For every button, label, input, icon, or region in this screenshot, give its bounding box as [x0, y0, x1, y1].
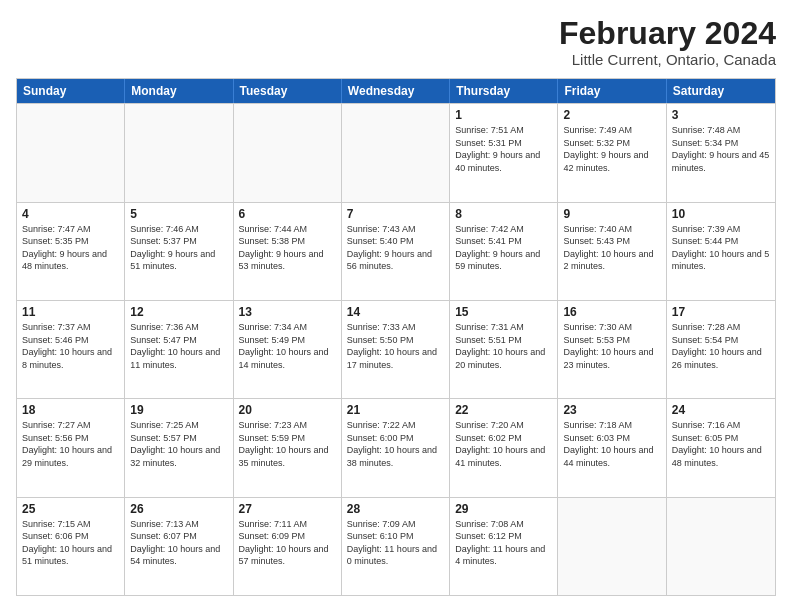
day-info: Sunrise: 7:13 AMSunset: 6:07 PMDaylight:…: [130, 518, 227, 568]
day-number: 16: [563, 305, 660, 319]
week-row-2: 4Sunrise: 7:47 AMSunset: 5:35 PMDaylight…: [17, 202, 775, 300]
cal-cell: 9Sunrise: 7:40 AMSunset: 5:43 PMDaylight…: [558, 203, 666, 300]
day-info: Sunrise: 7:43 AMSunset: 5:40 PMDaylight:…: [347, 223, 444, 273]
calendar-body: 1Sunrise: 7:51 AMSunset: 5:31 PMDaylight…: [17, 103, 775, 595]
cal-cell: [125, 104, 233, 201]
cal-cell: 13Sunrise: 7:34 AMSunset: 5:49 PMDayligh…: [234, 301, 342, 398]
day-header-saturday: Saturday: [667, 79, 775, 103]
day-number: 8: [455, 207, 552, 221]
cal-cell: 23Sunrise: 7:18 AMSunset: 6:03 PMDayligh…: [558, 399, 666, 496]
cal-cell: 21Sunrise: 7:22 AMSunset: 6:00 PMDayligh…: [342, 399, 450, 496]
week-row-1: 1Sunrise: 7:51 AMSunset: 5:31 PMDaylight…: [17, 103, 775, 201]
cal-cell: 1Sunrise: 7:51 AMSunset: 5:31 PMDaylight…: [450, 104, 558, 201]
header: General Blue February 2024 Little Curren…: [16, 16, 776, 68]
cal-cell: 29Sunrise: 7:08 AMSunset: 6:12 PMDayligh…: [450, 498, 558, 595]
cal-cell: 11Sunrise: 7:37 AMSunset: 5:46 PMDayligh…: [17, 301, 125, 398]
day-number: 22: [455, 403, 552, 417]
day-info: Sunrise: 7:36 AMSunset: 5:47 PMDaylight:…: [130, 321, 227, 371]
title-block: February 2024 Little Current, Ontario, C…: [559, 16, 776, 68]
day-number: 4: [22, 207, 119, 221]
day-number: 23: [563, 403, 660, 417]
day-info: Sunrise: 7:34 AMSunset: 5:49 PMDaylight:…: [239, 321, 336, 371]
cal-cell: 5Sunrise: 7:46 AMSunset: 5:37 PMDaylight…: [125, 203, 233, 300]
location: Little Current, Ontario, Canada: [559, 51, 776, 68]
day-info: Sunrise: 7:20 AMSunset: 6:02 PMDaylight:…: [455, 419, 552, 469]
cal-cell: 28Sunrise: 7:09 AMSunset: 6:10 PMDayligh…: [342, 498, 450, 595]
day-info: Sunrise: 7:47 AMSunset: 5:35 PMDaylight:…: [22, 223, 119, 273]
day-number: 10: [672, 207, 770, 221]
cal-cell: [234, 104, 342, 201]
day-header-wednesday: Wednesday: [342, 79, 450, 103]
day-info: Sunrise: 7:11 AMSunset: 6:09 PMDaylight:…: [239, 518, 336, 568]
day-info: Sunrise: 7:49 AMSunset: 5:32 PMDaylight:…: [563, 124, 660, 174]
day-number: 19: [130, 403, 227, 417]
day-info: Sunrise: 7:33 AMSunset: 5:50 PMDaylight:…: [347, 321, 444, 371]
cal-cell: 10Sunrise: 7:39 AMSunset: 5:44 PMDayligh…: [667, 203, 775, 300]
day-info: Sunrise: 7:51 AMSunset: 5:31 PMDaylight:…: [455, 124, 552, 174]
month-title: February 2024: [559, 16, 776, 51]
day-number: 12: [130, 305, 227, 319]
day-info: Sunrise: 7:23 AMSunset: 5:59 PMDaylight:…: [239, 419, 336, 469]
day-header-thursday: Thursday: [450, 79, 558, 103]
day-info: Sunrise: 7:25 AMSunset: 5:57 PMDaylight:…: [130, 419, 227, 469]
day-info: Sunrise: 7:08 AMSunset: 6:12 PMDaylight:…: [455, 518, 552, 568]
cal-cell: 25Sunrise: 7:15 AMSunset: 6:06 PMDayligh…: [17, 498, 125, 595]
week-row-4: 18Sunrise: 7:27 AMSunset: 5:56 PMDayligh…: [17, 398, 775, 496]
day-header-friday: Friday: [558, 79, 666, 103]
day-number: 21: [347, 403, 444, 417]
cal-cell: 4Sunrise: 7:47 AMSunset: 5:35 PMDaylight…: [17, 203, 125, 300]
day-number: 15: [455, 305, 552, 319]
cal-cell: [558, 498, 666, 595]
day-header-monday: Monday: [125, 79, 233, 103]
cal-cell: 27Sunrise: 7:11 AMSunset: 6:09 PMDayligh…: [234, 498, 342, 595]
day-info: Sunrise: 7:30 AMSunset: 5:53 PMDaylight:…: [563, 321, 660, 371]
day-number: 17: [672, 305, 770, 319]
week-row-5: 25Sunrise: 7:15 AMSunset: 6:06 PMDayligh…: [17, 497, 775, 595]
day-number: 11: [22, 305, 119, 319]
day-number: 1: [455, 108, 552, 122]
day-info: Sunrise: 7:40 AMSunset: 5:43 PMDaylight:…: [563, 223, 660, 273]
cal-cell: [17, 104, 125, 201]
day-info: Sunrise: 7:31 AMSunset: 5:51 PMDaylight:…: [455, 321, 552, 371]
cal-cell: 15Sunrise: 7:31 AMSunset: 5:51 PMDayligh…: [450, 301, 558, 398]
day-number: 5: [130, 207, 227, 221]
day-header-tuesday: Tuesday: [234, 79, 342, 103]
day-number: 24: [672, 403, 770, 417]
day-number: 14: [347, 305, 444, 319]
cal-cell: 14Sunrise: 7:33 AMSunset: 5:50 PMDayligh…: [342, 301, 450, 398]
cal-cell: [667, 498, 775, 595]
day-info: Sunrise: 7:39 AMSunset: 5:44 PMDaylight:…: [672, 223, 770, 273]
cal-cell: 2Sunrise: 7:49 AMSunset: 5:32 PMDaylight…: [558, 104, 666, 201]
day-number: 18: [22, 403, 119, 417]
day-number: 13: [239, 305, 336, 319]
cal-cell: 19Sunrise: 7:25 AMSunset: 5:57 PMDayligh…: [125, 399, 233, 496]
cal-cell: 24Sunrise: 7:16 AMSunset: 6:05 PMDayligh…: [667, 399, 775, 496]
day-info: Sunrise: 7:16 AMSunset: 6:05 PMDaylight:…: [672, 419, 770, 469]
day-info: Sunrise: 7:46 AMSunset: 5:37 PMDaylight:…: [130, 223, 227, 273]
day-number: 9: [563, 207, 660, 221]
cal-cell: 22Sunrise: 7:20 AMSunset: 6:02 PMDayligh…: [450, 399, 558, 496]
cal-cell: 12Sunrise: 7:36 AMSunset: 5:47 PMDayligh…: [125, 301, 233, 398]
calendar: SundayMondayTuesdayWednesdayThursdayFrid…: [16, 78, 776, 596]
cal-cell: 17Sunrise: 7:28 AMSunset: 5:54 PMDayligh…: [667, 301, 775, 398]
calendar-header: SundayMondayTuesdayWednesdayThursdayFrid…: [17, 79, 775, 103]
day-number: 3: [672, 108, 770, 122]
day-info: Sunrise: 7:22 AMSunset: 6:00 PMDaylight:…: [347, 419, 444, 469]
day-number: 2: [563, 108, 660, 122]
cal-cell: 6Sunrise: 7:44 AMSunset: 5:38 PMDaylight…: [234, 203, 342, 300]
cal-cell: 3Sunrise: 7:48 AMSunset: 5:34 PMDaylight…: [667, 104, 775, 201]
day-number: 26: [130, 502, 227, 516]
day-info: Sunrise: 7:48 AMSunset: 5:34 PMDaylight:…: [672, 124, 770, 174]
cal-cell: [342, 104, 450, 201]
day-number: 27: [239, 502, 336, 516]
day-number: 29: [455, 502, 552, 516]
week-row-3: 11Sunrise: 7:37 AMSunset: 5:46 PMDayligh…: [17, 300, 775, 398]
cal-cell: 20Sunrise: 7:23 AMSunset: 5:59 PMDayligh…: [234, 399, 342, 496]
cal-cell: 26Sunrise: 7:13 AMSunset: 6:07 PMDayligh…: [125, 498, 233, 595]
cal-cell: 8Sunrise: 7:42 AMSunset: 5:41 PMDaylight…: [450, 203, 558, 300]
day-header-sunday: Sunday: [17, 79, 125, 103]
cal-cell: 16Sunrise: 7:30 AMSunset: 5:53 PMDayligh…: [558, 301, 666, 398]
day-info: Sunrise: 7:18 AMSunset: 6:03 PMDaylight:…: [563, 419, 660, 469]
day-info: Sunrise: 7:37 AMSunset: 5:46 PMDaylight:…: [22, 321, 119, 371]
cal-cell: 7Sunrise: 7:43 AMSunset: 5:40 PMDaylight…: [342, 203, 450, 300]
